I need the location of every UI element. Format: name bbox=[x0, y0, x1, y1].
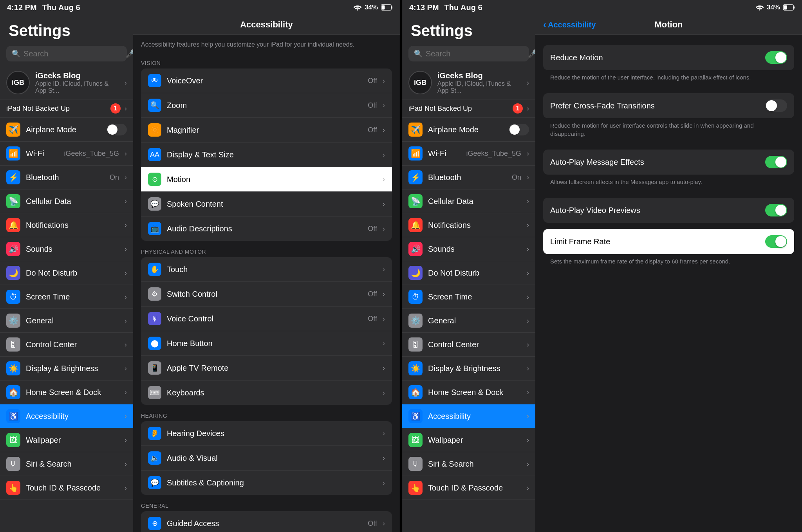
sidebar-item-siri[interactable]: 🎙Siri & Search› bbox=[0, 452, 133, 476]
sidebar-item-cellular[interactable]: 📡Cellular Data› bbox=[0, 189, 133, 213]
list-row-audio-&-visual[interactable]: 🔈Audio & Visual› bbox=[141, 446, 392, 471]
sidebar-chevron-screentime: › bbox=[527, 293, 529, 301]
detail-label-1: Prefer Cross-Fade Transitions bbox=[550, 101, 765, 110]
sidebar-item-wifi[interactable]: 📶Wi-FiiGeeks_Tube_5G› bbox=[402, 142, 535, 166]
sidebar-item-sounds[interactable]: 🔊Sounds› bbox=[402, 237, 535, 261]
sidebar-item-siri[interactable]: 🎙Siri & Search› bbox=[402, 452, 535, 476]
list-row-home-button[interactable]: ⬤Home Button› bbox=[141, 331, 392, 356]
list-row-motion[interactable]: ⊙Motion› bbox=[141, 167, 392, 192]
toggle-auto-play-message-effects[interactable] bbox=[765, 156, 787, 168]
row-label-display-&-text-size: Display & Text Size bbox=[167, 150, 377, 159]
sidebar-item-accessibility[interactable]: ♿Accessibility› bbox=[0, 404, 133, 428]
sidebar-item-touchid[interactable]: 👆Touch ID & Passcode› bbox=[0, 476, 133, 500]
list-row-switch-control[interactable]: ⚙Switch ControlOff› bbox=[141, 282, 392, 307]
list-row-magnifier[interactable]: 🔆MagnifierOff› bbox=[141, 118, 392, 142]
sidebar-item-airplane[interactable]: ✈️Airplane Mode bbox=[0, 118, 133, 142]
sidebar-chevron-cellular: › bbox=[125, 197, 127, 206]
right-backup-chevron: › bbox=[527, 105, 529, 113]
sidebar-chevron-notifications: › bbox=[527, 221, 529, 229]
sidebar-icon-accessibility: ♿ bbox=[6, 409, 20, 423]
list-row-zoom[interactable]: 🔍ZoomOff› bbox=[141, 93, 392, 118]
sidebar-item-homescreen[interactable]: 🏠Home Screen & Dock› bbox=[0, 381, 133, 404]
list-card-general: ⊕Guided AccessOff› bbox=[141, 511, 392, 532]
row-icon-audio-descriptions: 📺 bbox=[148, 222, 161, 235]
right-search-input[interactable] bbox=[426, 49, 525, 58]
detail-label-3: Auto-Play Video Previews bbox=[550, 206, 765, 215]
toggle-reduce-motion[interactable] bbox=[765, 51, 787, 64]
sidebar-chevron-display: › bbox=[527, 364, 529, 373]
sidebar-icon-touchid: 👆 bbox=[6, 481, 20, 495]
left-user-info: iGeeks Blog Apple ID, iCloud, iTunes & A… bbox=[35, 71, 119, 94]
right-user-card[interactable]: iGB iGeeks Blog Apple ID, iCloud, iTunes… bbox=[402, 66, 535, 99]
sidebar-item-wallpaper[interactable]: 🖼Wallpaper› bbox=[402, 428, 535, 452]
sidebar-icon-homescreen: 🏠 bbox=[408, 385, 423, 399]
sidebar-item-general[interactable]: ⚙️General› bbox=[402, 309, 535, 333]
sidebar-item-wallpaper[interactable]: 🖼Wallpaper› bbox=[0, 428, 133, 452]
toggle-auto-play-video-previews[interactable] bbox=[765, 204, 787, 216]
sidebar-item-homescreen[interactable]: 🏠Home Screen & Dock› bbox=[402, 381, 535, 404]
right-backup-banner[interactable]: iPad Not Backed Up 1 › bbox=[402, 99, 535, 118]
left-backup-banner[interactable]: iPad Not Backed Up 1 › bbox=[0, 99, 133, 118]
sidebar-item-accessibility[interactable]: ♿Accessibility› bbox=[402, 404, 535, 428]
sidebar-item-notifications[interactable]: 🔔Notifications› bbox=[0, 213, 133, 237]
list-row-apple-tv-remote[interactable]: 📱Apple TV Remote› bbox=[141, 356, 392, 381]
toggle-airplane[interactable] bbox=[509, 124, 529, 135]
row-label-spoken-content: Spoken Content bbox=[167, 200, 377, 209]
sidebar-item-controlcenter[interactable]: 🎛Control Center› bbox=[402, 333, 535, 357]
row-label-audio-descriptions: Audio Descriptions bbox=[167, 224, 362, 233]
list-row-display-&-text-size[interactable]: AADisplay & Text Size› bbox=[141, 142, 392, 167]
sidebar-item-sounds[interactable]: 🔊Sounds› bbox=[0, 237, 133, 261]
sidebar-item-display[interactable]: ☀️Display & Brightness› bbox=[0, 357, 133, 381]
detail-row-limit-frame-rate[interactable]: Limit Frame Rate bbox=[543, 229, 794, 254]
row-chevron: › bbox=[383, 101, 385, 110]
sidebar-item-general[interactable]: ⚙️General› bbox=[0, 309, 133, 333]
list-row-keyboards[interactable]: ⌨Keyboards› bbox=[141, 381, 392, 405]
sidebar-item-airplane[interactable]: ✈️Airplane Mode bbox=[402, 118, 535, 142]
sidebar-item-controlcenter[interactable]: 🎛Control Center› bbox=[0, 333, 133, 357]
detail-row-prefer-cross-fade-transitions[interactable]: Prefer Cross-Fade Transitions bbox=[543, 93, 794, 118]
sidebar-label-cellular: Cellular Data bbox=[26, 197, 119, 206]
list-row-spoken-content[interactable]: 💬Spoken Content› bbox=[141, 192, 392, 216]
row-icon-keyboards: ⌨ bbox=[148, 386, 161, 399]
sidebar-item-notifications[interactable]: 🔔Notifications› bbox=[402, 213, 535, 237]
sidebar-item-screentime[interactable]: ⏱Screen Time› bbox=[402, 285, 535, 309]
sidebar-item-bluetooth[interactable]: ⚡BluetoothOn› bbox=[402, 166, 535, 189]
back-button[interactable]: ‹ Accessibility bbox=[543, 19, 596, 30]
list-row-voiceover[interactable]: 👁VoiceOverOff› bbox=[141, 69, 392, 93]
right-search-bar[interactable]: 🔍 🎤 bbox=[408, 46, 529, 61]
toggle-airplane[interactable] bbox=[107, 124, 127, 135]
left-search-bar[interactable]: 🔍 🎤 bbox=[6, 46, 127, 61]
sidebar-item-donotdisturb[interactable]: 🌙Do Not Disturb› bbox=[402, 261, 535, 285]
right-user-chevron: › bbox=[527, 79, 529, 87]
list-row-voice-control[interactable]: 🎙Voice ControlOff› bbox=[141, 307, 392, 331]
sidebar-item-cellular[interactable]: 📡Cellular Data› bbox=[402, 189, 535, 213]
sidebar-item-touchid[interactable]: 👆Touch ID & Passcode› bbox=[402, 476, 535, 500]
toggle-prefer-cross-fade-transitions[interactable] bbox=[765, 99, 787, 112]
left-search-input[interactable] bbox=[23, 49, 123, 58]
sidebar-item-donotdisturb[interactable]: 🌙Do Not Disturb› bbox=[0, 261, 133, 285]
left-user-card[interactable]: iGB iGeeks Blog Apple ID, iCloud, iTunes… bbox=[0, 66, 133, 99]
right-user-info: iGeeks Blog Apple ID, iCloud, iTunes & A… bbox=[437, 71, 521, 94]
list-row-touch[interactable]: ✋Touch› bbox=[141, 257, 392, 282]
detail-row-auto-play-message-effects[interactable]: Auto-Play Message Effects bbox=[543, 150, 794, 175]
list-row-guided-access[interactable]: ⊕Guided AccessOff› bbox=[141, 511, 392, 532]
sidebar-item-wifi[interactable]: 📶Wi-FiiGeeks_Tube_5G› bbox=[0, 142, 133, 166]
right-status-icons: 34% bbox=[756, 4, 795, 11]
list-row-hearing-devices[interactable]: 👂Hearing Devices› bbox=[141, 421, 392, 446]
row-value: Off bbox=[368, 225, 377, 233]
list-row-subtitles-&-captioning[interactable]: 💬Subtitles & Captioning› bbox=[141, 471, 392, 495]
sidebar-label-notifications: Notifications bbox=[26, 221, 119, 230]
right-date: Thu Aug 6 bbox=[444, 3, 482, 12]
detail-desc-2: Allows fullscreen effects in the Message… bbox=[543, 175, 794, 191]
section-header-physical-and-motor: PHYSICAL AND MOTOR bbox=[133, 242, 400, 257]
sidebar-item-screentime[interactable]: ⏱Screen Time› bbox=[0, 285, 133, 309]
sidebar-label-general: General bbox=[428, 316, 521, 325]
detail-row-reduce-motion[interactable]: Reduce Motion bbox=[543, 45, 794, 70]
detail-row-auto-play-video-previews[interactable]: Auto-Play Video Previews bbox=[543, 198, 794, 223]
toggle-limit-frame-rate[interactable] bbox=[765, 235, 787, 248]
list-row-audio-descriptions[interactable]: 📺Audio DescriptionsOff› bbox=[141, 216, 392, 241]
sidebar-item-display[interactable]: ☀️Display & Brightness› bbox=[402, 357, 535, 381]
sidebar-chevron-wifi: › bbox=[527, 150, 529, 158]
left-avatar: iGB bbox=[6, 71, 30, 94]
sidebar-item-bluetooth[interactable]: ⚡BluetoothOn› bbox=[0, 166, 133, 189]
